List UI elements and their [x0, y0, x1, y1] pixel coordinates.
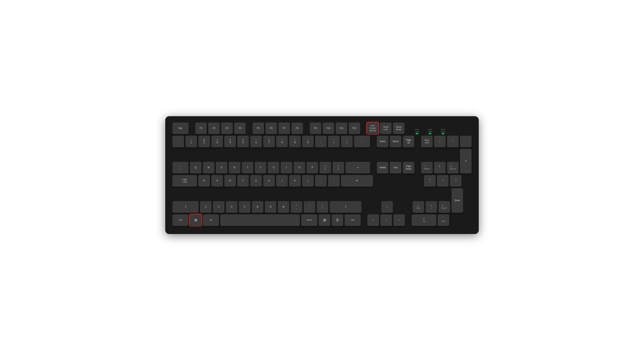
key-k[interactable]: K: [289, 175, 301, 187]
key-numpad-slash[interactable]: /: [434, 136, 446, 147]
key-numpad-6[interactable]: 6→: [450, 175, 462, 187]
key-backtick[interactable]: ~`: [172, 136, 184, 147]
key-c[interactable]: C: [226, 201, 238, 213]
key-9[interactable]: (9: [289, 136, 301, 147]
key-6[interactable]: ^6: [250, 136, 262, 147]
key-f2[interactable]: F2: [208, 122, 220, 134]
key-1[interactable]: !1: [185, 136, 197, 147]
key-enter-wide[interactable]: ↵: [341, 175, 373, 187]
key-2[interactable]: @2: [198, 136, 210, 147]
key-u[interactable]: U: [268, 162, 279, 173]
key-f1[interactable]: F1: [195, 122, 207, 134]
key-equals[interactable]: +=: [328, 136, 340, 147]
key-end[interactable]: End: [390, 162, 402, 173]
key-b[interactable]: B: [252, 201, 264, 213]
key-page-up[interactable]: PageUp: [403, 136, 414, 147]
key-f12[interactable]: F12: [348, 122, 360, 134]
key-numpad-enter[interactable]: Enter: [452, 188, 463, 213]
key-quote[interactable]: "': [328, 175, 340, 187]
key-print-screen[interactable]: PrintScreenSys Rq: [367, 122, 378, 134]
key-numpad-decimal[interactable]: .Del: [438, 214, 449, 226]
key-i[interactable]: I: [281, 162, 292, 173]
key-numpad-asterisk[interactable]: *: [447, 136, 459, 147]
key-delete[interactable]: Delete: [377, 162, 388, 173]
key-f5[interactable]: F5: [252, 122, 264, 134]
key-page-down[interactable]: PageDown: [403, 162, 414, 173]
key-numpad-0[interactable]: 0Ins: [412, 214, 436, 226]
key-caps-lock[interactable]: CapsLock: [172, 175, 197, 187]
key-left-shift[interactable]: ⇧: [172, 201, 198, 213]
key-q[interactable]: Q: [190, 162, 202, 173]
key-left-ctrl[interactable]: Ctrl: [172, 214, 188, 226]
key-f6[interactable]: F6: [266, 122, 277, 134]
key-numpad-minus[interactable]: -: [460, 136, 472, 147]
key-minus[interactable]: _-: [315, 136, 327, 147]
key-l[interactable]: L: [302, 175, 314, 187]
key-numpad-plus[interactable]: +: [460, 149, 472, 173]
key-left-alt[interactable]: Alt: [203, 214, 219, 226]
key-scroll-lock[interactable]: ScrollLock: [380, 122, 392, 134]
key-pause[interactable]: PauseBreak: [393, 122, 404, 134]
key-numpad-8[interactable]: 8↑: [434, 162, 446, 173]
key-3[interactable]: #3: [211, 136, 223, 147]
key-semicolon[interactable]: :;: [315, 175, 327, 187]
key-insert[interactable]: Insert: [377, 136, 388, 147]
key-f[interactable]: F: [237, 175, 249, 187]
key-e[interactable]: E: [216, 162, 228, 173]
key-numpad-7[interactable]: 7Home: [421, 162, 433, 173]
key-y[interactable]: Y: [255, 162, 266, 173]
key-5[interactable]: %5: [237, 136, 249, 147]
key-v[interactable]: V: [239, 201, 250, 213]
key-alt-gr[interactable]: Alt Gr: [301, 214, 317, 226]
key-comma[interactable]: <,: [291, 201, 302, 213]
key-numpad-4[interactable]: 4←: [424, 175, 436, 187]
key-f4[interactable]: F4: [234, 122, 246, 134]
key-o[interactable]: O: [294, 162, 305, 173]
key-0[interactable]: )0: [302, 136, 314, 147]
key-numpad-3[interactable]: 3Pg Dn: [438, 201, 450, 213]
key-menu[interactable]: ☰: [332, 214, 343, 226]
key-right-win[interactable]: ⊞: [319, 214, 330, 226]
key-right-arrow[interactable]: →: [393, 214, 405, 226]
key-open-bracket[interactable]: {[: [320, 162, 331, 173]
key-7[interactable]: &7: [263, 136, 275, 147]
key-backspace[interactable]: ←: [354, 136, 370, 147]
key-right-shift[interactable]: ⇧: [330, 201, 362, 213]
key-f3[interactable]: F3: [221, 122, 233, 134]
key-r[interactable]: R: [229, 162, 240, 173]
key-w[interactable]: W: [203, 162, 214, 173]
key-z[interactable]: Z: [200, 201, 212, 213]
key-numpad-5[interactable]: 5: [437, 175, 448, 187]
key-g[interactable]: G: [250, 175, 262, 187]
key-f10[interactable]: F10: [323, 122, 334, 134]
key-period[interactable]: >.: [304, 201, 315, 213]
key-s[interactable]: S: [211, 175, 223, 187]
key-a[interactable]: A: [198, 175, 210, 187]
key-tab[interactable]: ←→: [172, 162, 188, 173]
key-slash[interactable]: ?/: [317, 201, 328, 213]
key-f8[interactable]: F8: [291, 122, 303, 134]
key-down-arrow[interactable]: ↓: [380, 214, 392, 226]
key-4[interactable]: $4: [224, 136, 236, 147]
key-f9[interactable]: F9: [310, 122, 321, 134]
key-left-arrow[interactable]: ←: [368, 214, 379, 226]
key-d[interactable]: D: [224, 175, 236, 187]
key-space[interactable]: [220, 214, 300, 226]
key-home[interactable]: Home: [390, 136, 402, 147]
key-p[interactable]: P: [306, 162, 318, 173]
key-numpad-9[interactable]: 9Pg Up: [447, 162, 459, 173]
key-close-bracket[interactable]: }]: [332, 162, 344, 173]
key-h[interactable]: H: [263, 175, 275, 187]
key-t[interactable]: T: [242, 162, 253, 173]
key-m[interactable]: M: [278, 201, 289, 213]
key-j[interactable]: J: [276, 175, 288, 187]
key-f7[interactable]: F7: [278, 122, 290, 134]
key-left-win[interactable]: ⊞: [190, 214, 202, 226]
key-enter[interactable]: ↵: [346, 162, 370, 173]
key-num-lock[interactable]: NumLock: [421, 136, 433, 147]
key-esc[interactable]: Esc: [172, 122, 188, 134]
key-up-arrow[interactable]: ↑: [381, 201, 393, 213]
key-n[interactable]: N: [265, 201, 276, 213]
key-numpad-1[interactable]: 1End: [412, 201, 424, 213]
key-right-ctrl[interactable]: Ctrl: [344, 214, 361, 226]
